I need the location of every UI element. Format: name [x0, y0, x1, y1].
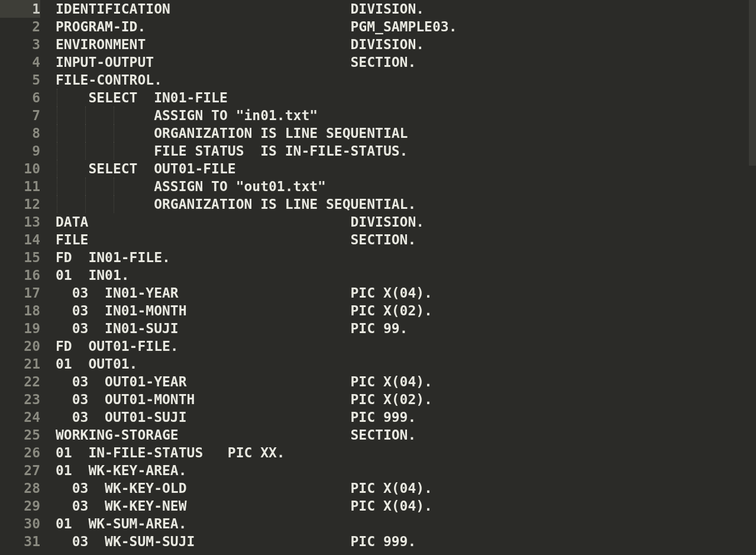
line-number: 27: [0, 462, 40, 479]
line-number: 29: [0, 497, 40, 515]
code-line[interactable]: 03 OUT01-SUJI PIC 999.: [56, 408, 756, 426]
code-text: FD OUT01-FILE.: [56, 338, 179, 354]
code-text: 03 IN01-YEAR PIC X(04).: [56, 285, 432, 301]
line-number: 31: [0, 533, 40, 550]
line-number: 26: [0, 444, 40, 462]
code-text: PROGRAM-ID. PGM_SAMPLE03.: [56, 19, 457, 34]
code-line[interactable]: IDENTIFICATION DIVISION.: [56, 0, 756, 18]
line-number: 3: [0, 36, 40, 53]
code-editor[interactable]: 1234567891011121314151617181920212223242…: [0, 0, 756, 555]
code-line[interactable]: SELECT IN01-FILE: [56, 89, 756, 107]
code-text: 03 IN01-SUJI PIC 99.: [56, 321, 408, 336]
code-text: 01 WK-KEY-AREA.: [56, 463, 187, 478]
line-number: 4: [0, 53, 40, 71]
code-text: ENVIRONMENT DIVISION.: [56, 37, 424, 52]
code-text: SELECT IN01-FILE: [56, 90, 228, 105]
code-text: 03 WK-KEY-OLD PIC X(04).: [56, 480, 432, 496]
line-number: 11: [0, 178, 40, 195]
line-number: 20: [0, 337, 40, 355]
code-line[interactable]: ORGANIZATION IS LINE SEQUENTIAL.: [56, 195, 756, 213]
code-text: 03 OUT01-SUJI PIC 999.: [56, 409, 416, 425]
code-line[interactable]: FD IN01-FILE.: [56, 249, 756, 266]
code-line[interactable]: 01 IN-FILE-STATUS PIC XX.: [56, 444, 756, 462]
code-text: ASSIGN TO "out01.txt": [56, 179, 326, 194]
line-number: 23: [0, 391, 40, 408]
line-number: 25: [0, 426, 40, 444]
code-line[interactable]: WORKING-STORAGE SECTION.: [56, 426, 756, 444]
code-line[interactable]: PROGRAM-ID. PGM_SAMPLE03.: [56, 18, 756, 36]
code-line[interactable]: FILE STATUS IS IN-FILE-STATUS.: [56, 142, 756, 160]
code-text: FD IN01-FILE.: [56, 250, 170, 265]
code-line[interactable]: 01 WK-SUM-AREA.: [56, 515, 756, 533]
code-line[interactable]: ASSIGN TO "in01.txt": [56, 107, 756, 124]
code-text: 03 WK-KEY-NEW PIC X(04).: [56, 498, 432, 514]
code-text: 03 WK-SUM-SUJI PIC 999.: [56, 534, 416, 549]
line-number: 8: [0, 124, 40, 142]
line-number: 24: [0, 408, 40, 426]
line-number: 30: [0, 515, 40, 533]
code-line[interactable]: 03 OUT01-MONTH PIC X(02).: [56, 391, 756, 408]
code-line[interactable]: 03 IN01-MONTH PIC X(02).: [56, 302, 756, 320]
code-line[interactable]: 01 OUT01.: [56, 355, 756, 373]
code-line[interactable]: 01 IN01.: [56, 266, 756, 284]
line-number: 9: [0, 142, 40, 160]
line-number: 21: [0, 355, 40, 373]
code-text: 03 OUT01-MONTH PIC X(02).: [56, 392, 432, 407]
code-text: ASSIGN TO "in01.txt": [56, 108, 318, 123]
line-number: 1: [0, 0, 40, 18]
code-text: INPUT-OUTPUT SECTION.: [56, 54, 416, 70]
code-text: 01 WK-SUM-AREA.: [56, 516, 187, 531]
code-line[interactable]: ORGANIZATION IS LINE SEQUENTIAL: [56, 124, 756, 142]
code-text: 03 OUT01-YEAR PIC X(04).: [56, 374, 432, 389]
code-line[interactable]: 03 WK-KEY-OLD PIC X(04).: [56, 479, 756, 497]
code-line[interactable]: 03 IN01-YEAR PIC X(04).: [56, 284, 756, 302]
code-text: 01 OUT01.: [56, 356, 137, 372]
code-line[interactable]: DATA DIVISION.: [56, 213, 756, 231]
code-text: WORKING-STORAGE SECTION.: [56, 427, 416, 443]
line-number: 18: [0, 302, 40, 320]
line-number: 2: [0, 18, 40, 36]
code-text: ORGANIZATION IS LINE SEQUENTIAL: [56, 125, 408, 141]
code-text: SELECT OUT01-FILE: [56, 161, 236, 176]
code-text: FILE STATUS IS IN-FILE-STATUS.: [56, 143, 408, 159]
code-line[interactable]: 03 WK-KEY-NEW PIC X(04).: [56, 497, 756, 515]
code-line[interactable]: FD OUT01-FILE.: [56, 337, 756, 355]
code-line[interactable]: SELECT OUT01-FILE: [56, 160, 756, 178]
code-area[interactable]: IDENTIFICATION DIVISION.PROGRAM-ID. PGM_…: [49, 0, 756, 555]
code-text: DATA DIVISION.: [56, 214, 424, 230]
code-text: FILE SECTION.: [56, 232, 416, 247]
code-text: 01 IN-FILE-STATUS PIC XX.: [56, 445, 285, 460]
scrollbar-thumb[interactable]: [749, 0, 756, 166]
code-line[interactable]: 01 WK-KEY-AREA.: [56, 462, 756, 479]
code-line[interactable]: ENVIRONMENT DIVISION.: [56, 36, 756, 53]
code-text: ORGANIZATION IS LINE SEQUENTIAL.: [56, 196, 416, 212]
line-number: 28: [0, 479, 40, 497]
line-number: 19: [0, 320, 40, 337]
line-number: 16: [0, 266, 40, 284]
code-line[interactable]: FILE SECTION.: [56, 231, 756, 249]
line-number: 17: [0, 284, 40, 302]
code-line[interactable]: 03 WK-SUM-SUJI PIC 999.: [56, 533, 756, 550]
line-number: 15: [0, 249, 40, 266]
line-number: 13: [0, 213, 40, 231]
vertical-scrollbar[interactable]: [749, 0, 756, 555]
line-number: 14: [0, 231, 40, 249]
line-number: 7: [0, 107, 40, 124]
line-number: 22: [0, 373, 40, 391]
line-number: 6: [0, 89, 40, 107]
line-number: 10: [0, 160, 40, 178]
code-line[interactable]: FILE-CONTROL.: [56, 71, 756, 89]
line-number: 12: [0, 195, 40, 213]
code-text: IDENTIFICATION DIVISION.: [56, 1, 424, 17]
code-line[interactable]: ASSIGN TO "out01.txt": [56, 178, 756, 195]
code-line[interactable]: INPUT-OUTPUT SECTION.: [56, 53, 756, 71]
code-line[interactable]: 03 IN01-SUJI PIC 99.: [56, 320, 756, 337]
code-text: 03 IN01-MONTH PIC X(02).: [56, 303, 432, 318]
code-line[interactable]: 03 OUT01-YEAR PIC X(04).: [56, 373, 756, 391]
code-text: 01 IN01.: [56, 267, 130, 283]
line-number: 5: [0, 71, 40, 89]
line-number-gutter: 1234567891011121314151617181920212223242…: [0, 0, 49, 555]
code-text: FILE-CONTROL.: [56, 72, 162, 88]
